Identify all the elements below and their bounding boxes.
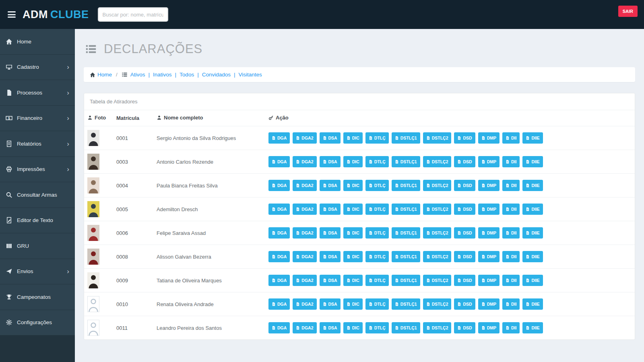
search-input[interactable]	[98, 7, 168, 22]
action-button-dga2[interactable]: DGA2	[293, 251, 316, 262]
action-button-dsa[interactable]: DSA	[320, 322, 341, 333]
action-button-dsd[interactable]: DSD	[454, 132, 475, 144]
action-button-dga[interactable]: DGA	[268, 180, 290, 191]
action-button-dga[interactable]: DGA	[268, 251, 290, 262]
action-button-dii[interactable]: DII	[502, 132, 520, 144]
sidebar-item-processos[interactable]: Processos›	[0, 80, 75, 106]
breadcrumb-link-convidados[interactable]: Convidados	[202, 72, 231, 78]
action-button-dic[interactable]: DIC	[343, 298, 363, 310]
action-button-dsd[interactable]: DSD	[454, 156, 475, 167]
action-button-dmp[interactable]: DMP	[478, 322, 500, 333]
action-button-dsa[interactable]: DSA	[320, 180, 341, 191]
action-button-dtlç[interactable]: DTLÇ	[365, 180, 389, 191]
action-button-dstlç2[interactable]: DSTLÇ2	[423, 156, 452, 167]
action-button-dga[interactable]: DGA	[268, 227, 290, 239]
action-button-dstlç2[interactable]: DSTLÇ2	[423, 275, 452, 286]
app-logo[interactable]: ADMCLUBE	[23, 8, 89, 21]
action-button-dga2[interactable]: DGA2	[293, 322, 316, 333]
action-button-dmp[interactable]: DMP	[478, 156, 500, 167]
action-button-dtlç[interactable]: DTLÇ	[365, 227, 389, 239]
action-button-dsd[interactable]: DSD	[454, 322, 475, 333]
action-button-dstlç1[interactable]: DSTLÇ1	[392, 322, 420, 333]
action-button-dga2[interactable]: DGA2	[293, 180, 316, 191]
action-button-dic[interactable]: DIC	[343, 180, 363, 191]
action-button-dsa[interactable]: DSA	[320, 156, 341, 167]
breadcrumb-link-visitantes[interactable]: Visitantes	[238, 72, 262, 78]
action-button-dtlç[interactable]: DTLÇ	[365, 204, 389, 215]
action-button-dstlç2[interactable]: DSTLÇ2	[423, 227, 452, 239]
action-button-diie[interactable]: DIIE	[522, 132, 543, 144]
action-button-dic[interactable]: DIC	[343, 322, 363, 333]
action-button-dstlç1[interactable]: DSTLÇ1	[392, 298, 420, 310]
logout-button[interactable]: SAIR	[618, 6, 638, 17]
sidebar-item-gru[interactable]: GRU	[0, 233, 75, 259]
action-button-dmp[interactable]: DMP	[478, 180, 500, 191]
action-button-dga[interactable]: DGA	[268, 275, 290, 286]
action-button-dstlç1[interactable]: DSTLÇ1	[392, 156, 420, 167]
sidebar-item-envios[interactable]: Envios›	[0, 259, 75, 285]
action-button-dstlç1[interactable]: DSTLÇ1	[392, 251, 420, 262]
action-button-dii[interactable]: DII	[502, 227, 520, 239]
action-button-dga[interactable]: DGA	[268, 204, 290, 215]
action-button-dga2[interactable]: DGA2	[293, 132, 316, 144]
action-button-dii[interactable]: DII	[502, 298, 520, 310]
action-button-dsa[interactable]: DSA	[320, 227, 341, 239]
action-button-dstlç2[interactable]: DSTLÇ2	[423, 298, 452, 310]
action-button-dstlç1[interactable]: DSTLÇ1	[392, 275, 420, 286]
action-button-dsa[interactable]: DSA	[320, 132, 341, 144]
action-button-dstlç2[interactable]: DSTLÇ2	[423, 132, 452, 144]
action-button-dga2[interactable]: DGA2	[293, 275, 316, 286]
sidebar-item-relatorios[interactable]: Relatórios›	[0, 131, 75, 157]
action-button-dsd[interactable]: DSD	[454, 227, 475, 239]
action-button-diie[interactable]: DIIE	[522, 251, 543, 262]
breadcrumb-home-link[interactable]: Home	[90, 72, 112, 78]
action-button-dtlç[interactable]: DTLÇ	[365, 132, 389, 144]
action-button-dga[interactable]: DGA	[268, 156, 290, 167]
action-button-diie[interactable]: DIIE	[522, 227, 543, 239]
action-button-dic[interactable]: DIC	[343, 227, 363, 239]
action-button-dsa[interactable]: DSA	[320, 204, 341, 215]
action-button-diie[interactable]: DIIE	[522, 298, 543, 310]
action-button-dii[interactable]: DII	[502, 156, 520, 167]
action-button-dstlç1[interactable]: DSTLÇ1	[392, 180, 420, 191]
action-button-dsd[interactable]: DSD	[454, 180, 475, 191]
action-button-dic[interactable]: DIC	[343, 156, 363, 167]
action-button-dtlç[interactable]: DTLÇ	[365, 298, 389, 310]
action-button-dga[interactable]: DGA	[268, 322, 290, 333]
action-button-dstlç2[interactable]: DSTLÇ2	[423, 251, 452, 262]
breadcrumb-link-inativos[interactable]: Inativos	[153, 72, 172, 78]
action-button-dsa[interactable]: DSA	[320, 298, 341, 310]
sidebar-item-consultar-armas[interactable]: Consultar Armas	[0, 182, 75, 208]
action-button-dic[interactable]: DIC	[343, 204, 363, 215]
sidebar-item-cadastro[interactable]: Cadastro›	[0, 55, 75, 80]
action-button-dtlç[interactable]: DTLÇ	[365, 156, 389, 167]
action-button-dga2[interactable]: DGA2	[293, 298, 316, 310]
action-button-dstlç2[interactable]: DSTLÇ2	[423, 322, 452, 333]
action-button-dsa[interactable]: DSA	[320, 275, 341, 286]
action-button-dtlç[interactable]: DTLÇ	[365, 322, 389, 333]
action-button-dii[interactable]: DII	[502, 275, 520, 286]
action-button-diie[interactable]: DIIE	[522, 322, 543, 333]
sidebar-item-editor-de-texto[interactable]: Editor de Texto	[0, 208, 75, 234]
action-button-dstlç2[interactable]: DSTLÇ2	[423, 180, 452, 191]
action-button-dsd[interactable]: DSD	[454, 204, 475, 215]
sidebar-item-home[interactable]: Home	[0, 29, 75, 55]
action-button-dga2[interactable]: DGA2	[293, 227, 316, 239]
action-button-dmp[interactable]: DMP	[478, 298, 500, 310]
action-button-dic[interactable]: DIC	[343, 275, 363, 286]
action-button-dga[interactable]: DGA	[268, 298, 290, 310]
sidebar-item-impressoes[interactable]: Impressões›	[0, 157, 75, 183]
action-button-dmp[interactable]: DMP	[478, 204, 500, 215]
sidebar-item-campeonatos[interactable]: Campeonatos	[0, 284, 75, 310]
action-button-diie[interactable]: DIIE	[522, 204, 543, 215]
sidebar-item-financeiro[interactable]: $Financeiro›	[0, 106, 75, 132]
action-button-dic[interactable]: DIC	[343, 132, 363, 144]
action-button-dga2[interactable]: DGA2	[293, 156, 316, 167]
action-button-dii[interactable]: DII	[502, 204, 520, 215]
action-button-diie[interactable]: DIIE	[522, 275, 543, 286]
action-button-dstlç2[interactable]: DSTLÇ2	[423, 204, 452, 215]
action-button-dmp[interactable]: DMP	[478, 227, 500, 239]
action-button-dstlç1[interactable]: DSTLÇ1	[392, 227, 420, 239]
action-button-dtlç[interactable]: DTLÇ	[365, 251, 389, 262]
breadcrumb-link-todos[interactable]: Todos	[180, 72, 194, 78]
